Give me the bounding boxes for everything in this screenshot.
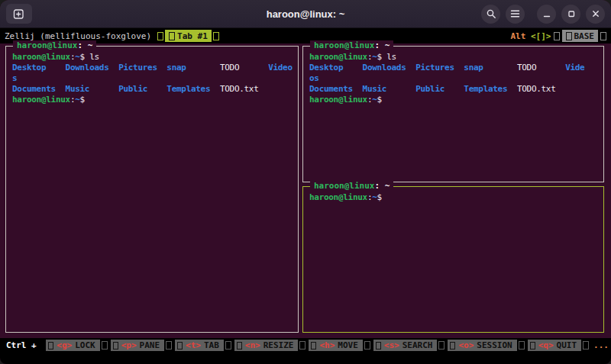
status-bar: Ctrl + <g>LOCK<p>PANE<t>TAB<n>RESIZE<h>M… bbox=[0, 338, 611, 353]
maximize-button[interactable] bbox=[561, 5, 580, 24]
terminal-pane-right-top[interactable]: haroon@linux: ~ haroon@linux:~$ lsDeskto… bbox=[302, 46, 604, 182]
powerline-glyph-icon bbox=[438, 341, 445, 350]
close-button[interactable] bbox=[586, 5, 605, 24]
pane-title-path: : ~ bbox=[77, 40, 92, 50]
menu-button[interactable] bbox=[506, 5, 525, 24]
mode-label: BASE bbox=[574, 31, 595, 41]
terminal-line: haroon@linux:~$ ls bbox=[12, 52, 293, 63]
more-indicator: ... bbox=[593, 340, 609, 350]
workspace: haroon@linux: ~ haroon@linux:~$ lsDeskto… bbox=[0, 43, 611, 338]
alt-hint-label: Alt bbox=[511, 31, 532, 41]
alt-hint-keys: <[]> bbox=[531, 31, 551, 41]
terminal-line: haroon@linux:~$ bbox=[309, 95, 599, 105]
status-hint-tab[interactable]: <t>TAB bbox=[175, 340, 224, 351]
powerline-glyph-icon bbox=[600, 32, 606, 40]
terminal-pane-left[interactable]: haroon@linux: ~ haroon@linux:~$ lsDeskto… bbox=[5, 46, 299, 333]
powerline-glyph-icon bbox=[311, 342, 316, 350]
maximize-icon bbox=[567, 9, 576, 18]
powerline-glyph-icon bbox=[225, 341, 231, 350]
close-icon bbox=[591, 9, 600, 18]
status-hint-quit[interactable]: <q>QUIT bbox=[528, 340, 581, 351]
status-hint-pane[interactable]: <p>PANE bbox=[111, 340, 164, 351]
powerline-glyph-icon bbox=[48, 342, 53, 350]
powerline-glyph-icon bbox=[157, 32, 163, 40]
status-hint-group: <n>RESIZE bbox=[234, 340, 306, 351]
new-tab-button[interactable] bbox=[6, 4, 32, 24]
powerline-glyph-icon bbox=[530, 342, 535, 350]
powerline-glyph-icon bbox=[554, 32, 560, 40]
search-button[interactable] bbox=[481, 5, 500, 24]
powerline-glyph-icon bbox=[113, 342, 118, 350]
powerline-glyph-icon bbox=[299, 341, 306, 350]
titlebar-controls bbox=[481, 5, 605, 24]
hint-label: SEARCH bbox=[402, 340, 433, 350]
minimize-button[interactable] bbox=[537, 5, 556, 24]
alt-hint: Alt <[]> bbox=[511, 31, 551, 41]
status-hints: <g>LOCK<p>PANE<t>TAB<n>RESIZE<h>MOVE<s>S… bbox=[46, 340, 589, 351]
tab-label: Tab #1 bbox=[177, 31, 208, 41]
pane-title-user: haroon@linux bbox=[17, 40, 77, 50]
powerline-glyph-icon bbox=[213, 32, 219, 40]
powerline-glyph-icon bbox=[583, 341, 589, 350]
terminal-line: Desktop Downloads Pictures snap TODO Vid… bbox=[12, 63, 293, 73]
hint-key: <o> bbox=[458, 340, 474, 350]
minimize-icon bbox=[542, 9, 551, 18]
status-hint-move[interactable]: <h>MOVE bbox=[309, 340, 362, 351]
status-hint-lock[interactable]: <g>LOCK bbox=[46, 340, 99, 351]
hint-label: LOCK bbox=[75, 340, 95, 350]
powerline-glyph-icon bbox=[177, 342, 183, 350]
menu-icon bbox=[510, 9, 520, 18]
status-hint-group: <t>TAB bbox=[175, 340, 231, 351]
status-hint-resize[interactable]: <n>RESIZE bbox=[234, 340, 299, 351]
hint-label: TAB bbox=[204, 340, 219, 350]
pane-title-user: haroon@linux bbox=[314, 181, 374, 191]
hint-key: <p> bbox=[121, 340, 137, 350]
pane-title-user: haroon@linux bbox=[314, 40, 374, 50]
status-hint-search[interactable]: <s>SEARCH bbox=[373, 340, 438, 351]
pane-title-path: : ~ bbox=[374, 181, 390, 191]
hint-key: <g> bbox=[57, 340, 72, 350]
titlebar: haroon@linux: ~ bbox=[0, 0, 611, 28]
status-hint-session[interactable]: <o>SESSION bbox=[448, 340, 516, 351]
terminal-line: haroon@linux:~$ bbox=[309, 192, 599, 203]
powerline-glyph-icon bbox=[102, 341, 108, 350]
terminal-line: Desktop Downloads Pictures snap TODO Vid… bbox=[309, 63, 599, 73]
powerline-glyph-icon bbox=[519, 341, 525, 350]
tab-ribbon-1[interactable]: Tab #1 bbox=[165, 30, 212, 42]
hint-label: PANE bbox=[140, 340, 160, 350]
status-hint-group: <g>LOCK bbox=[46, 340, 107, 351]
powerline-glyph-icon bbox=[166, 341, 172, 350]
hint-label: QUIT bbox=[557, 340, 577, 350]
hint-key: <n> bbox=[245, 340, 260, 350]
terminal-line: Documents Music Public Templates TODO.tx… bbox=[309, 84, 599, 95]
pane-title: haroon@linux: ~ bbox=[310, 40, 393, 51]
hint-key: <t> bbox=[186, 340, 201, 350]
terminal-line: Documents Music Public Templates TODO.tx… bbox=[12, 84, 293, 95]
terminal-pane-right-bottom-active[interactable]: haroon@linux: ~ haroon@linux:~$ bbox=[302, 186, 604, 333]
ctrl-prefix: Ctrl + bbox=[6, 340, 41, 350]
hint-label: SESSION bbox=[477, 340, 512, 350]
tabbar-right: Alt <[]> BASE bbox=[511, 30, 607, 42]
hint-key: <s> bbox=[384, 340, 399, 350]
pane-title-path: : ~ bbox=[374, 40, 390, 50]
powerline-glyph-icon bbox=[237, 342, 242, 350]
pane-title: haroon@linux: ~ bbox=[13, 40, 96, 51]
mode-indicator: BASE bbox=[562, 30, 599, 42]
pane-title: haroon@linux: ~ bbox=[310, 181, 393, 192]
window-bottom-edge bbox=[0, 353, 611, 364]
hint-key: <h> bbox=[319, 340, 335, 350]
powerline-glyph-icon bbox=[169, 32, 175, 40]
powerline-glyph-icon bbox=[364, 341, 370, 350]
terminal-line: haroon@linux:~$ ls bbox=[309, 52, 599, 63]
hint-label: MOVE bbox=[338, 340, 358, 350]
status-hint-group: <p>PANE bbox=[111, 340, 172, 351]
hint-label: RESIZE bbox=[263, 340, 294, 350]
powerline-glyph-icon bbox=[450, 342, 455, 350]
status-hint-group: <s>SEARCH bbox=[373, 340, 445, 351]
powerline-glyph-icon bbox=[376, 342, 381, 350]
hint-key: <q> bbox=[538, 340, 554, 350]
pane-content: haroon@linux:~$ lsDesktop Downloads Pict… bbox=[6, 47, 298, 105]
pane-content: haroon@linux:~$ lsDesktop Downloads Pict… bbox=[303, 47, 603, 105]
status-hint-group: <q>QUIT bbox=[528, 340, 589, 351]
terminal-line: os bbox=[309, 73, 599, 84]
